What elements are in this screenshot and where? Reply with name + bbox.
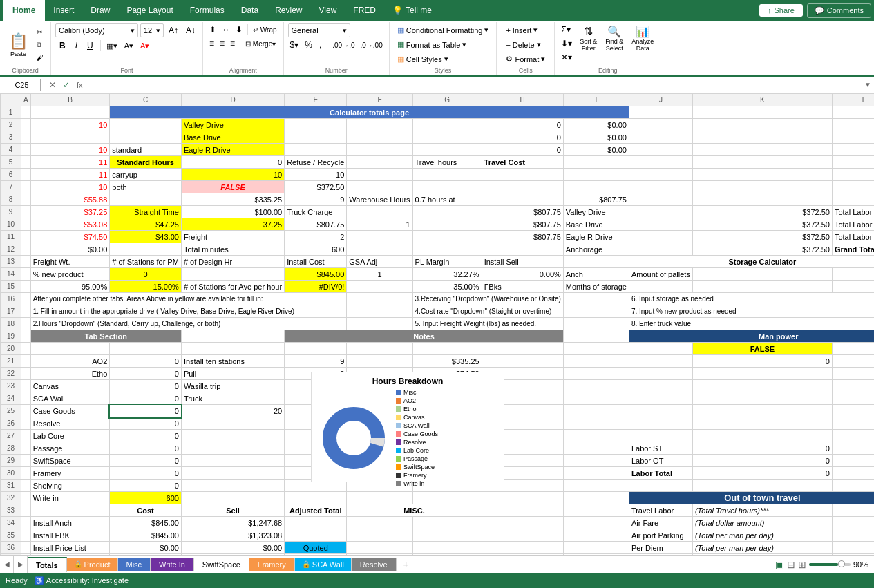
cell-k7[interactable] [692, 181, 832, 193]
cell-b26[interactable]: Resolve [30, 417, 110, 430]
cell-a12[interactable] [21, 243, 31, 256]
comma-button[interactable]: , [316, 39, 324, 51]
align-right-button[interactable]: ≡ [228, 37, 237, 50]
cell-j33[interactable]: Travel Labor [629, 504, 692, 517]
cell-i33[interactable] [563, 504, 629, 517]
cell-a10[interactable] [21, 218, 31, 231]
cell-a1[interactable] [21, 106, 31, 119]
cell-c6[interactable]: carryup [110, 169, 182, 181]
cell-i24[interactable] [563, 392, 629, 405]
cell-b23[interactable]: Canvas [30, 380, 110, 392]
cell-h3[interactable]: 0 [482, 131, 563, 144]
tab-formulas[interactable]: Formulas [182, 0, 233, 21]
cell-h5[interactable]: Travel Cost [482, 156, 563, 169]
cell-b36[interactable]: Install Price List [30, 542, 110, 554]
cell-f3[interactable] [347, 131, 412, 144]
cell-b12[interactable]: $0.00 [30, 243, 110, 256]
cell-b35[interactable]: Install FBK [30, 529, 110, 542]
cell-d30[interactable] [181, 467, 284, 480]
cell-a7[interactable] [21, 181, 31, 193]
cell-l3[interactable] [832, 131, 874, 144]
col-header-b[interactable]: B [30, 94, 110, 106]
tab-fred[interactable]: FRED [345, 0, 384, 21]
cell-b34[interactable]: Install Anch [30, 517, 110, 529]
cell-j30[interactable]: Labor Total [629, 467, 692, 480]
cell-g35[interactable] [412, 529, 482, 542]
cell-e11[interactable]: 2 [285, 231, 347, 243]
cell-j21[interactable] [629, 355, 692, 368]
cell-c15[interactable]: 15.00% [110, 281, 182, 293]
cell-l9[interactable]: Total Labor hours [832, 206, 874, 218]
cell-a29[interactable] [21, 455, 31, 467]
cell-l5[interactable] [832, 156, 874, 169]
cell-g14[interactable]: 32.27% [412, 268, 482, 281]
increase-font-button[interactable]: A↑ [166, 23, 181, 37]
cell-c33[interactable]: Cost [110, 504, 182, 517]
cell-b20[interactable] [30, 343, 110, 355]
cell-a31[interactable] [21, 480, 31, 492]
cell-l29[interactable]: $0.00 [832, 455, 874, 467]
cell-f20[interactable] [347, 343, 412, 355]
cell-i5[interactable] [563, 156, 629, 169]
col-header-g[interactable]: G [412, 94, 482, 106]
cell-k36[interactable]: (Total per man per day) [692, 542, 832, 554]
cell-i15[interactable]: Months of storage [563, 281, 629, 293]
tab-home[interactable]: Home [3, 0, 45, 21]
sheet-tab-misc[interactable]: Misc [118, 558, 151, 566]
cell-f7[interactable] [347, 181, 412, 193]
cell-a27[interactable] [21, 430, 31, 442]
cell-f21[interactable] [347, 355, 412, 368]
cell-e20[interactable] [285, 343, 347, 355]
copy-button[interactable]: ⧉ [34, 39, 46, 51]
cell-b32[interactable]: Write in [30, 492, 110, 504]
cell-d24[interactable]: Truck [181, 392, 284, 405]
cell-d31[interactable] [181, 480, 284, 492]
cell-e35[interactable] [285, 529, 347, 542]
merge-center-button[interactable]: ⊟ Merge▾ [243, 39, 278, 49]
cell-h20[interactable] [482, 343, 563, 355]
cell-d11[interactable]: Freight [181, 231, 284, 243]
cell-a4[interactable] [21, 144, 31, 156]
cell-e21[interactable]: 9 [285, 355, 347, 368]
col-header-l[interactable]: L [832, 94, 874, 106]
increase-decimal-button[interactable]: .00→.0 [330, 40, 357, 50]
cell-e6[interactable]: 10 [285, 169, 347, 181]
sort-filter-button[interactable]: ⇅ Sort & Filter [577, 23, 600, 53]
cell-a30[interactable] [21, 467, 31, 480]
cell-d13[interactable]: # of Design Hr [181, 256, 284, 268]
col-header-k[interactable]: K [692, 94, 832, 106]
cell-f14[interactable]: 1 [347, 268, 412, 281]
cell-j11[interactable] [629, 231, 692, 243]
cell-c7[interactable]: both [110, 181, 182, 193]
cell-l30[interactable]: $0.00 [832, 467, 874, 480]
view-page-layout-button[interactable]: ⊟ [787, 559, 795, 566]
paste-button[interactable]: 📋 Paste [4, 30, 32, 59]
cell-i18[interactable] [563, 318, 629, 330]
cell-k23[interactable] [692, 380, 832, 392]
cell-g3[interactable] [412, 131, 482, 144]
cell-i36[interactable] [563, 542, 629, 554]
cell-d6[interactable]: 10 [181, 169, 284, 181]
cell-l10[interactable]: Total Labor hours [832, 218, 874, 231]
cell-g21[interactable]: $335.25 [412, 355, 482, 368]
sheet-tab-swiftspace[interactable]: SwiftSpace [194, 558, 249, 566]
cell-i13[interactable] [563, 256, 629, 268]
cell-h32[interactable] [482, 492, 563, 504]
cell-i7[interactable] [563, 181, 629, 193]
formula-input[interactable] [91, 81, 862, 89]
cell-c14[interactable]: 0 [110, 268, 182, 281]
cell-d3[interactable]: Base Drive [181, 131, 284, 144]
cell-i2[interactable]: $0.00 [563, 119, 629, 131]
cell-k3[interactable] [692, 131, 832, 144]
cell-k26[interactable] [692, 417, 832, 430]
cell-g9[interactable] [412, 206, 482, 218]
sheet-tab-scawall[interactable]: 🔒 SCA Wall [295, 558, 352, 566]
cell-f36[interactable] [347, 542, 412, 554]
cell-d25[interactable]: 20 [181, 405, 284, 417]
cell-h8[interactable] [482, 193, 563, 206]
cell-l34[interactable]: $0.00 [832, 517, 874, 529]
cell-a22[interactable] [21, 368, 31, 380]
cell-a33[interactable] [21, 504, 31, 517]
cell-a20[interactable] [21, 343, 31, 355]
cell-a3[interactable] [21, 131, 31, 144]
